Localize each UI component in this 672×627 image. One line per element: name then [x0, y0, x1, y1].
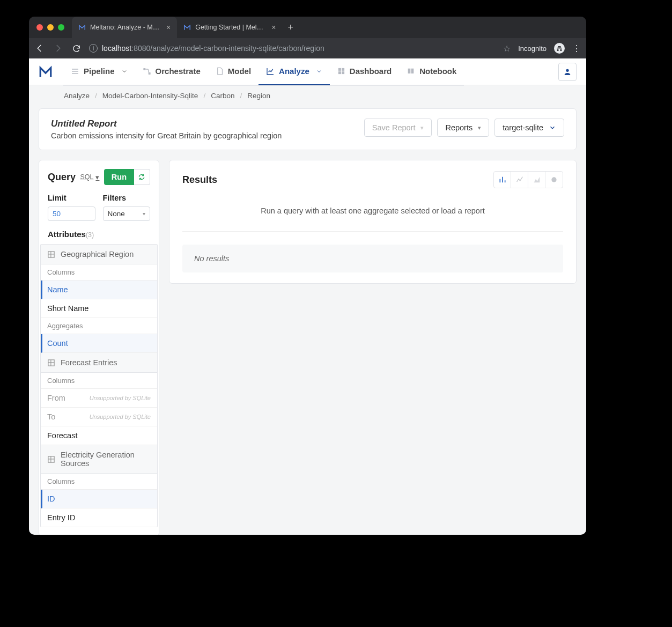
attr-item-id[interactable]: ID: [41, 490, 157, 508]
nav-label: Analyze: [279, 67, 309, 76]
results-title: Results: [182, 174, 217, 186]
svg-rect-4: [338, 71, 341, 74]
window-close-icon[interactable]: [36, 24, 43, 31]
breadcrumb-item[interactable]: Region: [247, 92, 270, 100]
breadcrumb: Analyze / Model-Carbon-Intensity-Sqlite …: [29, 85, 586, 105]
run-button[interactable]: Run: [104, 169, 134, 185]
book-icon: [407, 67, 415, 76]
url-host: localhost: [102, 44, 131, 53]
nav-label: Orchestrate: [156, 67, 201, 76]
breadcrumb-item[interactable]: Model-Carbon-Intensity-Sqlite: [102, 92, 198, 100]
table-icon: [47, 359, 55, 367]
chart-type-scatter[interactable]: [545, 172, 563, 188]
nav-dashboard[interactable]: Dashboard: [330, 58, 399, 85]
new-tab-button[interactable]: +: [282, 17, 299, 38]
attr-section-columns: Columns: [41, 264, 157, 281]
chart-type-area[interactable]: [528, 172, 545, 188]
breadcrumb-separator: /: [240, 92, 242, 100]
attr-label: Short Name: [47, 304, 88, 313]
svg-rect-2: [338, 68, 341, 71]
query-title: Query: [48, 172, 76, 183]
attr-section-aggregates: Aggregates: [41, 318, 157, 334]
limit-input[interactable]: [48, 206, 95, 221]
refresh-button[interactable]: [134, 169, 150, 185]
attr-item-from: FromUnsupported by SQLite: [41, 389, 157, 408]
browser-menu-icon[interactable]: ⋮: [572, 43, 581, 54]
tab-close-icon[interactable]: ×: [166, 23, 171, 32]
results-message: Run a query with at least one aggregate …: [182, 201, 563, 231]
sql-toggle[interactable]: SQL ▾: [80, 173, 99, 181]
caret-down-icon: ▾: [95, 173, 99, 181]
meltano-logo-icon[interactable]: [39, 65, 53, 79]
document-icon: [216, 67, 224, 75]
meltano-favicon-icon: [183, 24, 191, 31]
attr-item-forecast[interactable]: Forecast: [41, 426, 157, 445]
url-bar[interactable]: i localhost:8080/analyze/model-carbon-in…: [89, 44, 496, 53]
browser-tabs: Meltano: Analyze - Model Desi × Getting …: [72, 17, 299, 38]
nav-analyze[interactable]: Analyze: [259, 58, 330, 85]
svg-rect-5: [342, 71, 344, 74]
chevron-down-icon: [549, 124, 556, 131]
nav-label: Model: [228, 67, 251, 76]
window-minimize-icon[interactable]: [47, 24, 54, 31]
attr-group-header[interactable]: Forecast Entries: [41, 353, 157, 373]
reports-button[interactable]: Reports ▾: [437, 119, 489, 137]
results-panel: Results Run a query with at least one ag…: [169, 160, 577, 284]
nav-label: Notebook: [419, 67, 456, 76]
incognito-label: Incognito: [518, 45, 547, 53]
list-icon: [71, 67, 79, 76]
bar-chart-icon: [498, 175, 507, 184]
attr-group-name: Electricity Generation Sources: [61, 451, 151, 468]
button-label: Save Report: [372, 123, 416, 132]
button-label: target-sqlite: [503, 123, 543, 132]
svg-rect-3: [342, 68, 344, 71]
chevron-down-icon: [121, 68, 128, 75]
breadcrumb-item[interactable]: Carbon: [211, 92, 234, 100]
attr-group-name: Forecast Entries: [61, 358, 117, 367]
breadcrumb-separator: /: [95, 92, 97, 100]
nav-notebook[interactable]: Notebook: [399, 58, 464, 85]
attr-item-entry-id[interactable]: Entry ID: [41, 508, 157, 527]
user-menu-button[interactable]: [558, 63, 577, 81]
bookmark-star-icon[interactable]: ☆: [503, 43, 511, 54]
caret-down-icon: ▾: [420, 124, 424, 131]
nav-pipeline[interactable]: Pipeline: [63, 58, 135, 85]
attr-group-header[interactable]: Electricity Generation Sources: [41, 445, 157, 474]
attr-item-name[interactable]: Name: [41, 281, 157, 299]
attr-label: Count: [47, 339, 68, 348]
no-results-message: No results: [182, 245, 563, 272]
nav-back-icon[interactable]: [34, 43, 45, 53]
divider: [182, 231, 563, 232]
attr-item-count[interactable]: Count: [41, 334, 157, 353]
tab-close-icon[interactable]: ×: [271, 23, 276, 32]
attr-group-header[interactable]: Geographical Region: [41, 245, 157, 264]
meltano-favicon-icon: [78, 24, 86, 31]
chart-line-icon: [266, 67, 275, 76]
nav-model[interactable]: Model: [208, 58, 259, 85]
chart-type-line[interactable]: [511, 172, 528, 188]
button-label: Reports: [445, 123, 472, 132]
window-maximize-icon[interactable]: [58, 24, 64, 31]
nav-orchestrate[interactable]: Orchestrate: [135, 58, 208, 85]
attributes-count: (3): [86, 231, 94, 239]
attr-label: ID: [47, 495, 55, 503]
target-select[interactable]: target-sqlite: [494, 119, 564, 137]
report-subtitle: Carbon emissions intensity for Great Bri…: [51, 131, 282, 140]
attr-item-short-name[interactable]: Short Name: [41, 299, 157, 318]
browser-tab[interactable]: Getting Started | Meltano ×: [177, 17, 282, 38]
url-path: :8080/analyze/model-carbon-intensity-sql…: [131, 44, 324, 53]
unsupported-note: Unsupported by SQLite: [90, 414, 151, 420]
breadcrumb-item[interactable]: Analyze: [64, 92, 90, 100]
attr-section-columns: Columns: [41, 474, 157, 490]
browser-tab-active[interactable]: Meltano: Analyze - Model Desi ×: [72, 17, 177, 38]
chart-type-bar[interactable]: [494, 172, 511, 188]
filters-label: Filters: [103, 194, 151, 202]
browser-titlebar: Meltano: Analyze - Model Desi × Getting …: [29, 17, 586, 38]
attr-group-name: Geographical Region: [61, 250, 134, 259]
site-info-icon[interactable]: i: [89, 44, 98, 53]
refresh-icon: [138, 173, 145, 181]
nav-reload-icon[interactable]: [71, 44, 82, 53]
browser-addrbar: i localhost:8080/analyze/model-carbon-in…: [29, 38, 586, 58]
filters-select[interactable]: None ▾: [103, 206, 151, 221]
chevron-down-icon: [316, 68, 322, 75]
